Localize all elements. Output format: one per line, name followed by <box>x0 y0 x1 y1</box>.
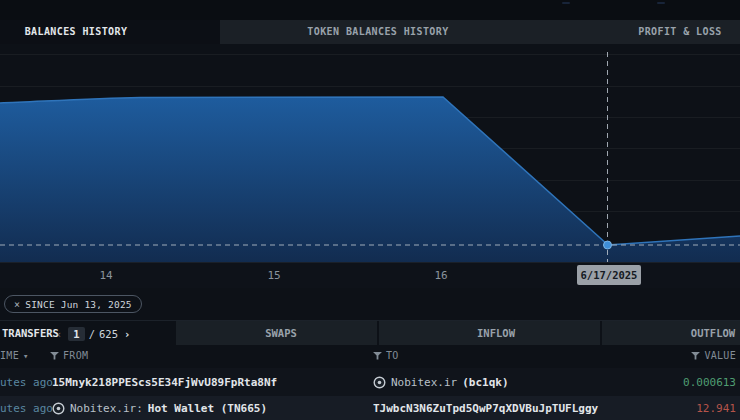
hover-data-point <box>604 241 612 249</box>
x-axis-strip: 14 15 16 6/17/2025 <box>0 262 740 288</box>
transfer-row[interactable]: utes ago 15Mnyk218PPEScs5E34FjWvU89FpRta… <box>0 368 740 396</box>
to-address[interactable]: TJwbcN3N6ZuTpd5QwP7qXDVBuJpTUFLggy <box>373 402 598 415</box>
balances-history-panel: BALANCES HISTORY TOKEN BALANCES HISTORY … <box>0 0 740 420</box>
current-page: 1 <box>68 327 84 341</box>
sort-desc-icon[interactable]: ▾ <box>23 351 29 361</box>
transfers-pagination: ‹ 1 / 625 › <box>54 321 132 346</box>
top-strip <box>0 0 740 20</box>
from-header-label: FROM <box>63 350 88 361</box>
funnel-icon <box>691 352 700 360</box>
decorative-mark <box>657 2 665 4</box>
page-separator: / <box>89 328 95 340</box>
from-entity-label[interactable]: Nobitex.ir: <box>70 402 143 415</box>
tab-profit-and-loss[interactable]: PROFIT & LOSS <box>600 20 740 44</box>
tab-inflow[interactable]: INFLOW <box>456 321 536 346</box>
to-entity-label[interactable]: Nobitex.ir <box>391 376 457 389</box>
tab-swaps[interactable]: SWAPS <box>241 321 321 346</box>
transfer-value-out: 12.941 <box>696 402 736 415</box>
transfer-from[interactable]: 15Mnyk218PPEScs5E34FjWvU89FpRta8Nf <box>52 376 277 389</box>
nobitex-logo-icon <box>52 402 65 415</box>
to-entity-detail[interactable]: (bc1qk) <box>462 376 508 389</box>
since-date-filter-chip[interactable]: × SINCE Jun 13, 2025 <box>4 295 142 313</box>
funnel-icon <box>50 352 59 360</box>
tab-balances-history[interactable]: BALANCES HISTORY <box>0 20 152 44</box>
chart-tab-bar: BALANCES HISTORY TOKEN BALANCES HISTORY … <box>0 20 740 44</box>
crosshair-date-tooltip: 6/17/2025 <box>577 265 641 285</box>
nobitex-logo-icon <box>373 376 386 389</box>
value-header-label: VALUE <box>704 350 736 361</box>
tab-outflow[interactable]: OUTFLOW <box>673 321 740 346</box>
transfer-to[interactable]: Nobitex.ir (bc1qk) <box>373 376 509 389</box>
column-header-value[interactable]: VALUE <box>691 350 736 361</box>
x-tick: 14 <box>86 269 126 282</box>
filter-chip-label: SINCE Jun 13, 2025 <box>25 299 132 310</box>
area-fill <box>0 97 740 262</box>
tab-separator <box>377 321 379 346</box>
transfer-value-in: 0.000613 <box>683 376 736 389</box>
time-header-label: IME <box>0 350 19 361</box>
table-tab-bar: TRANSFERS ‹ 1 / 625 › SWAPS INFLOW OUTFL… <box>0 320 740 345</box>
transfer-row[interactable]: utes ago Nobitex.ir: Hot Wallet (TN665) … <box>0 396 740 420</box>
next-page-icon[interactable]: › <box>122 328 132 340</box>
decorative-mark <box>562 2 570 4</box>
column-header-to[interactable]: TO <box>373 350 399 361</box>
transfer-time: utes ago <box>0 376 53 389</box>
area-series-svg <box>0 44 740 262</box>
tab-token-balances-history[interactable]: TOKEN BALANCES HISTORY <box>258 20 498 44</box>
transfer-to[interactable]: TJwbcN3N6ZuTpd5QwP7qXDVBuJpTUFLggy <box>373 402 598 415</box>
funnel-icon <box>373 352 382 360</box>
x-tick: 16 <box>421 269 461 282</box>
balance-area-chart[interactable] <box>0 44 740 262</box>
transfers-table-header: IME ▾ FROM TO VALUE <box>0 345 740 368</box>
transfer-time: utes ago <box>0 402 53 415</box>
tab-separator <box>600 321 602 346</box>
column-header-time[interactable]: IME ▾ <box>0 350 29 361</box>
column-header-from[interactable]: FROM <box>50 350 88 361</box>
filter-chip-row: × SINCE Jun 13, 2025 <box>0 288 740 320</box>
transfer-from[interactable]: Nobitex.ir: Hot Wallet (TN665) <box>52 402 267 415</box>
close-icon[interactable]: × <box>14 299 20 310</box>
total-pages: 625 <box>99 328 118 340</box>
to-header-label: TO <box>386 350 399 361</box>
tab-transfers[interactable]: TRANSFERS <box>2 321 59 346</box>
from-address[interactable]: 15Mnyk218PPEScs5E34FjWvU89FpRta8Nf <box>52 376 277 389</box>
prev-page-icon[interactable]: ‹ <box>54 328 64 340</box>
x-tick: 15 <box>254 269 294 282</box>
from-entity-detail[interactable]: Hot Wallet (TN665) <box>148 402 267 415</box>
